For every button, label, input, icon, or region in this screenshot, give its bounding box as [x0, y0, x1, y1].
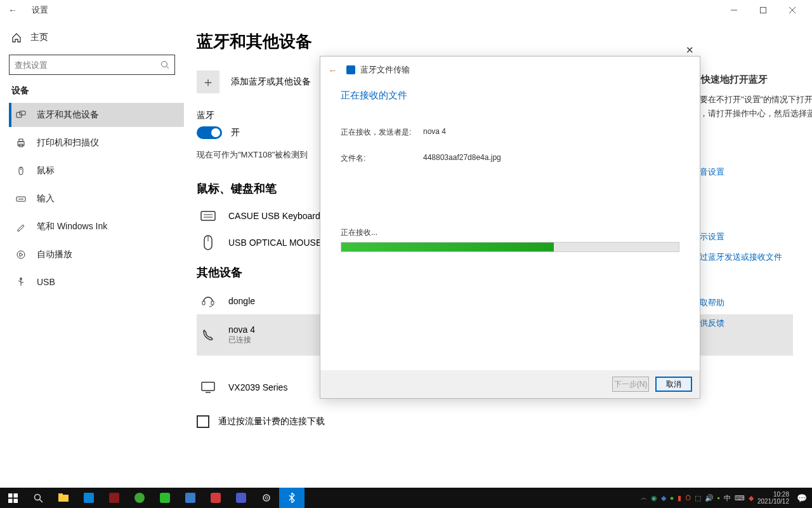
- dialog-back-button[interactable]: ←: [328, 65, 337, 76]
- metered-checkbox-row[interactable]: 通过按流量计费的连接下载: [197, 415, 793, 428]
- app-icon[interactable]: [228, 488, 254, 508]
- checkbox[interactable]: [197, 415, 209, 428]
- nav-label: USB: [37, 277, 55, 287]
- app-icon[interactable]: [76, 488, 102, 508]
- tray-chevron-icon[interactable]: ︿: [641, 493, 647, 502]
- help-link[interactable]: 获取帮助: [691, 296, 812, 310]
- nav-printers[interactable]: 打印机和扫描仪: [9, 131, 184, 155]
- app-icon[interactable]: [102, 488, 127, 508]
- tray-icon[interactable]: ●: [670, 494, 674, 502]
- search-taskbar-icon[interactable]: [25, 488, 51, 508]
- cancel-button[interactable]: 取消: [655, 377, 692, 392]
- taskbar: ︿ ◉ ◆ ● ▮ Ö ⬚ 🔊 ▪ 中 ⌨ ◆ 10:28 2021/10/12…: [0, 488, 812, 508]
- tray-icon[interactable]: ◆: [661, 494, 666, 502]
- nav-mouse[interactable]: 鼠标: [9, 159, 184, 183]
- device-name: VX2039 Series: [228, 382, 287, 392]
- home-link[interactable]: 主页: [9, 27, 184, 48]
- ime-indicator[interactable]: 中: [724, 493, 731, 503]
- file-label: 文件名:: [341, 153, 423, 164]
- explorer-icon[interactable]: [51, 488, 76, 508]
- file-value: 448803aaf27d8e4a.jpg: [423, 153, 501, 164]
- device-name: CASUE USB Keyboard: [228, 211, 320, 221]
- phone-icon: [199, 328, 217, 342]
- help-link[interactable]: 声音设置: [691, 165, 812, 179]
- sender-label: 正在接收，发送者是:: [341, 127, 423, 138]
- svg-rect-30: [13, 498, 18, 503]
- bluetooth-toggle[interactable]: [197, 126, 222, 139]
- keyboard-icon: [199, 210, 217, 222]
- svg-line-5: [167, 67, 169, 69]
- settings-taskbar-icon[interactable]: [254, 488, 279, 508]
- svg-rect-18: [201, 211, 215, 220]
- nav-typing[interactable]: 输入: [9, 187, 184, 211]
- headset-icon: [199, 294, 217, 308]
- app-icon[interactable]: [203, 488, 228, 508]
- start-button[interactable]: [0, 488, 25, 508]
- help-panel: 更快速地打开蓝牙 若要在不打开"设置"的情况下打开或关闭蓝牙，请打开操作中心，然…: [691, 71, 812, 337]
- svg-rect-34: [58, 493, 63, 496]
- tray-icon[interactable]: ◆: [749, 494, 754, 502]
- system-tray[interactable]: ◉ ◆ ● ▮ Ö ⬚ 🔊 ▪ 中 ⌨ ◆: [651, 493, 754, 503]
- tray-icon[interactable]: ◉: [651, 494, 657, 502]
- help-heading: 更快速地打开蓝牙: [691, 71, 812, 88]
- dialog-close-button[interactable]: ✕: [683, 44, 696, 57]
- sidebar-group-label: 设备: [11, 85, 184, 97]
- search-input[interactable]: [15, 60, 160, 70]
- nav-label: 打印机和扫描仪: [37, 137, 99, 149]
- nav-label: 输入: [37, 193, 55, 204]
- svg-line-32: [39, 499, 43, 502]
- nav-usb[interactable]: USB: [9, 271, 184, 293]
- monitor-icon: [199, 381, 217, 394]
- home-label: 主页: [30, 32, 48, 43]
- add-device-label: 添加蓝牙或其他设备: [231, 76, 311, 88]
- bluetooth-taskbar-icon[interactable]: [279, 488, 304, 508]
- nav-pen[interactable]: 笔和 Windows Ink: [9, 215, 184, 239]
- tray-icon[interactable]: ▪: [717, 494, 720, 502]
- window-titlebar: ← 设置: [0, 0, 812, 20]
- notifications-icon[interactable]: 💬: [797, 493, 807, 503]
- tray-icon[interactable]: ⌨: [735, 494, 745, 502]
- close-button[interactable]: [778, 0, 807, 20]
- nav-bluetooth[interactable]: 蓝牙和其他设备: [9, 103, 184, 127]
- volume-icon[interactable]: 🔊: [705, 494, 714, 502]
- device-status: 已连接: [228, 335, 255, 345]
- clock[interactable]: 10:28 2021/10/12: [757, 491, 789, 505]
- svg-point-36: [265, 497, 268, 499]
- sender-value: nova 4: [423, 127, 446, 138]
- wechat-icon[interactable]: [152, 488, 178, 508]
- pen-icon: [15, 222, 27, 232]
- svg-point-15: [17, 251, 25, 258]
- tray-icon[interactable]: ▮: [678, 494, 681, 502]
- help-body: 若要在不打开"设置"的情况下打开或关闭蓝牙，请打开操作中心，然后选择蓝牙图标。: [691, 93, 812, 121]
- plus-icon: ＋: [197, 70, 219, 93]
- progress-fill: [341, 243, 554, 251]
- nav-label: 自动播放: [37, 249, 72, 260]
- app-icon[interactable]: [178, 488, 203, 508]
- next-button: 下一步(N): [612, 377, 649, 392]
- svg-rect-29: [8, 498, 13, 503]
- keyboard-icon: [15, 194, 27, 204]
- dialog-heading: 正在接收的文件: [341, 90, 679, 102]
- mouse-icon: [15, 166, 27, 176]
- autoplay-icon: [15, 250, 27, 260]
- device-name: dongle: [228, 296, 255, 306]
- home-icon: [11, 32, 22, 43]
- nav-label: 鼠标: [37, 165, 55, 177]
- help-link[interactable]: 显示设置: [691, 230, 812, 244]
- svg-rect-28: [13, 493, 18, 498]
- window-title: 设置: [32, 4, 48, 16]
- search-box[interactable]: [9, 55, 175, 75]
- nav-label: 蓝牙和其他设备: [37, 109, 99, 121]
- help-link[interactable]: 通过蓝牙发送或接收文件: [691, 250, 812, 264]
- device-name: USB OPTICAL MOUSE: [228, 237, 322, 248]
- minimize-button[interactable]: [719, 0, 749, 20]
- app-icon[interactable]: [127, 488, 152, 508]
- network-icon[interactable]: ⬚: [695, 494, 701, 502]
- tray-icon[interactable]: Ö: [685, 494, 691, 502]
- back-button[interactable]: ←: [5, 5, 20, 15]
- bluetooth-icon: [346, 65, 355, 74]
- help-link[interactable]: 提供反馈: [691, 316, 812, 330]
- nav-autoplay[interactable]: 自动播放: [9, 243, 184, 267]
- maximize-button[interactable]: [749, 0, 778, 20]
- page-heading: 蓝牙和其他设备: [197, 30, 793, 53]
